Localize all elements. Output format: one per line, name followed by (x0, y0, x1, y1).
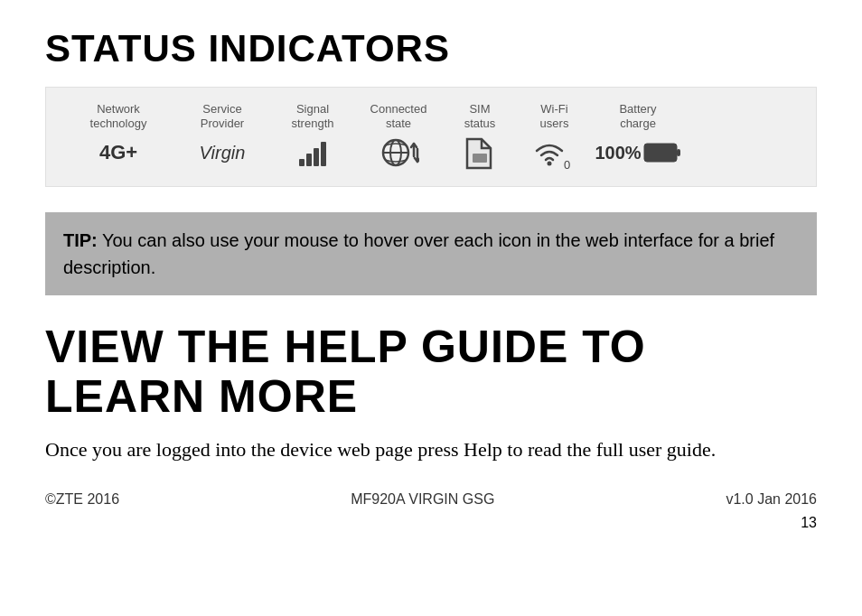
wifi-label: Wi-Fi users (516, 102, 593, 130)
view-title: VIEW THE HELP GUIDE TO LEARN MORE (45, 322, 817, 422)
sim-icon (444, 135, 516, 170)
sim-label: SIM status (444, 102, 516, 130)
wifi-icon: 0 (516, 136, 593, 169)
svg-rect-9 (677, 149, 680, 156)
copyright: ©ZTE 2016 (45, 491, 119, 508)
signal-label: Signal strength (272, 102, 353, 130)
tip-bold: TIP: (63, 230, 98, 250)
view-desc: Once you are logged into the device web … (45, 434, 817, 464)
network-label: Network technology (64, 102, 173, 130)
connected-icon (353, 136, 444, 169)
tip-text: TIP: You can also use your mouse to hove… (63, 227, 799, 281)
network-value: 4G+ (64, 141, 173, 164)
battery-label: Battery charge (593, 102, 683, 130)
svg-rect-5 (473, 154, 487, 163)
tip-content: You can also use your mouse to hover ove… (63, 230, 774, 277)
version: v1.0 Jan 2016 (726, 491, 817, 508)
service-label: Service Provider (173, 102, 272, 130)
connected-label: Connected state (353, 102, 444, 130)
page-title: STATUS INDICATORS (45, 27, 817, 70)
svg-point-6 (547, 162, 551, 166)
signal-icon (272, 139, 353, 166)
model: MF920A VIRGIN GSG (351, 491, 494, 508)
svg-rect-8 (644, 144, 677, 162)
battery-icon: 100% (593, 141, 683, 164)
tip-box: TIP: You can also use your mouse to hove… (45, 212, 817, 295)
svg-text:0: 0 (564, 158, 570, 169)
footer: ©ZTE 2016 MF920A VIRGIN GSG v1.0 Jan 201… (45, 491, 817, 508)
service-value: Virgin (173, 143, 272, 163)
status-indicators-box: Network technology Service Provider Sign… (45, 87, 817, 187)
page-number: 13 (45, 515, 817, 531)
